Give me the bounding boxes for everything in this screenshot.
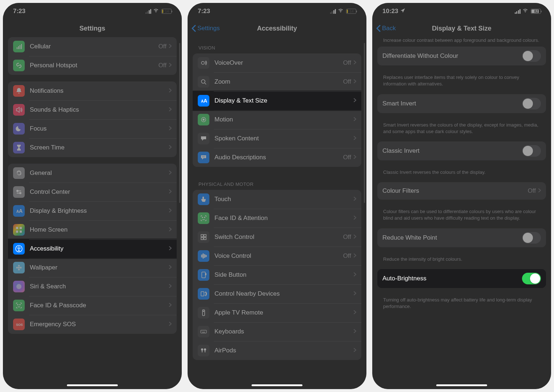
row-value: Off xyxy=(343,59,351,67)
row-differentiate-without-colour[interactable]: Differentiate Without Colour xyxy=(377,47,546,65)
row-apple-tv-remote[interactable]: Apple TV Remote xyxy=(193,303,361,322)
gear-icon xyxy=(13,167,25,179)
svg-point-26 xyxy=(201,80,205,83)
row-keyboards[interactable]: Keyboards xyxy=(193,322,361,341)
antenna-icon xyxy=(13,41,25,52)
location-icon xyxy=(400,8,405,15)
sos-icon: SOS xyxy=(13,319,25,330)
row-notifications[interactable]: Notifications xyxy=(8,81,177,100)
row-label: Face ID & Attention xyxy=(214,215,353,222)
row-accessibility[interactable]: Accessibility xyxy=(8,239,177,258)
row-switch-control[interactable]: Switch ControlOff xyxy=(193,228,361,247)
row-voice-control[interactable]: Voice ControlOff xyxy=(193,247,361,265)
row-face-id-attention[interactable]: Face ID & Attention xyxy=(193,209,361,228)
svg-point-19 xyxy=(18,269,20,271)
toggle-differentiate-without-colour[interactable] xyxy=(522,50,541,62)
row-personal-hotspot[interactable]: Personal HotspotOff xyxy=(8,56,177,75)
row-value: Off xyxy=(343,233,351,241)
chevron-right-icon xyxy=(169,245,172,252)
home-indicator[interactable] xyxy=(252,384,302,386)
scrollbar[interactable] xyxy=(364,43,365,203)
status-indicators: 14 xyxy=(145,8,172,15)
home-indicator[interactable] xyxy=(67,384,118,386)
row-label: Face ID & Passcode xyxy=(30,302,169,309)
svg-rect-1 xyxy=(18,46,19,49)
back-button[interactable]: Back xyxy=(376,25,396,32)
chevron-right-icon xyxy=(169,208,172,214)
speaker-icon xyxy=(13,104,25,116)
chevron-right-icon xyxy=(353,234,356,240)
svg-rect-3 xyxy=(21,44,22,49)
row-label: Screen Time xyxy=(30,144,169,151)
row-motion[interactable]: Motion xyxy=(193,110,361,129)
row-auto-brightness[interactable]: Auto-Brightness xyxy=(377,269,546,288)
footer-text: Smart Invert reverses the colours of the… xyxy=(377,120,546,135)
row-label: AirPods xyxy=(214,347,353,354)
toggle-classic-invert[interactable] xyxy=(522,145,541,157)
row-control-nearby-devices[interactable]: Control Nearby Devices xyxy=(193,284,361,303)
row-display-brightness[interactable]: AADisplay & Brightness xyxy=(8,201,177,220)
svg-point-22 xyxy=(17,304,18,305)
status-time: 7:23 xyxy=(13,8,25,15)
settings-list[interactable]: CellularOffPersonal HotspotOffNotificati… xyxy=(3,37,182,389)
row-reduce-white-point[interactable]: Reduce White Point xyxy=(377,228,546,247)
status-indicators: 14 xyxy=(330,8,357,15)
row-touch[interactable]: Touch xyxy=(193,190,361,209)
svg-rect-55 xyxy=(202,350,202,352)
row-general[interactable]: General xyxy=(8,164,177,183)
textsize-icon: AA xyxy=(13,205,25,217)
chevron-right-icon xyxy=(353,154,356,161)
page-title: Settings xyxy=(79,25,105,32)
row-smart-invert[interactable]: Smart Invert xyxy=(377,94,546,113)
svg-point-23 xyxy=(20,304,20,305)
row-audio-descriptions[interactable]: ADAudio DescriptionsOff xyxy=(193,148,361,167)
row-colour-filters[interactable]: Colour FiltersOff xyxy=(377,182,546,200)
row-label: Personal Hotspot xyxy=(30,62,158,69)
row-sounds-haptics[interactable]: Sounds & Haptics xyxy=(8,100,177,119)
row-cellular[interactable]: CellularOff xyxy=(8,37,177,56)
row-value: Off xyxy=(343,252,351,260)
home-indicator[interactable] xyxy=(436,384,487,386)
status-time: 10:23 xyxy=(382,8,398,15)
accessibility-list[interactable]: VISIONVoiceOverOffZoomOffAADisplay & Tex… xyxy=(188,37,366,389)
row-screen-time[interactable]: Screen Time xyxy=(8,138,177,157)
display-text-size-list[interactable]: Increase colour contrast between app for… xyxy=(372,37,551,389)
row-zoom[interactable]: ZoomOff xyxy=(193,72,361,91)
row-wallpaper[interactable]: Wallpaper xyxy=(8,258,177,277)
row-classic-invert[interactable]: Classic Invert xyxy=(377,141,546,160)
settings-group: Differentiate Without Colour xyxy=(377,47,546,65)
svg-point-4 xyxy=(17,190,18,192)
scrollbar[interactable] xyxy=(179,43,180,203)
row-airpods[interactable]: AirPods xyxy=(193,341,361,360)
row-voiceover[interactable]: VoiceOverOff xyxy=(193,53,361,72)
chevron-right-icon xyxy=(169,170,172,176)
row-display-text-size[interactable]: AADisplay & Text Size xyxy=(193,91,361,110)
keyboard-icon xyxy=(198,326,209,337)
toggle-reduce-white-point[interactable] xyxy=(522,232,541,244)
faceid-icon xyxy=(198,212,209,224)
toggle-smart-invert[interactable] xyxy=(522,98,541,109)
flower-icon xyxy=(13,262,25,273)
row-control-center[interactable]: Control Center xyxy=(8,183,177,201)
svg-point-25 xyxy=(201,61,204,64)
wifi-icon xyxy=(337,8,344,15)
row-spoken-content[interactable]: Spoken Content xyxy=(193,129,361,148)
chevron-right-icon xyxy=(169,227,172,233)
row-home-screen[interactable]: Home Screen xyxy=(8,220,177,239)
row-face-id-passcode[interactable]: Face ID & Passcode xyxy=(8,296,177,315)
svg-rect-35 xyxy=(201,235,203,237)
svg-point-20 xyxy=(16,267,18,269)
row-siri-search[interactable]: Siri & Search xyxy=(8,277,177,296)
toggle-auto-brightness[interactable] xyxy=(522,273,541,284)
row-emergency-sos[interactable]: SOSEmergency SOS xyxy=(8,315,177,334)
settings-group: Auto-Brightness xyxy=(377,269,546,288)
settings-group: Colour FiltersOff xyxy=(377,182,546,200)
sidebutton-icon xyxy=(198,269,209,281)
row-side-button[interactable]: Side Button xyxy=(193,265,361,284)
row-focus[interactable]: Focus xyxy=(8,119,177,138)
chevron-right-icon xyxy=(353,135,356,142)
back-button[interactable]: Settings xyxy=(191,25,220,32)
accessibility-icon xyxy=(13,243,25,255)
status-bar: 10:23 82 xyxy=(372,3,551,20)
row-label: Accessibility xyxy=(30,245,169,252)
